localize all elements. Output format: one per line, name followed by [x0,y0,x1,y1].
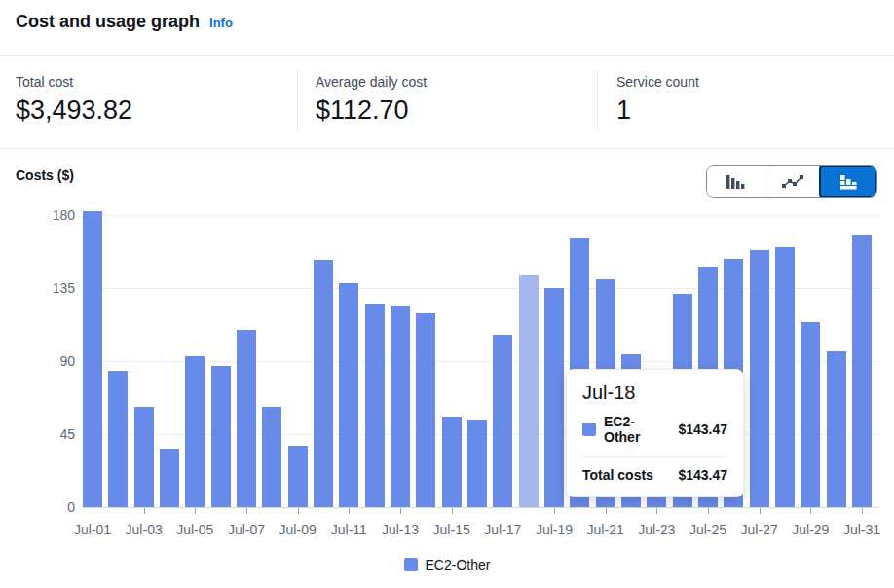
y-axis-tick-label: 135 [29,280,75,296]
chart-legend: EC2-Other [0,557,894,572]
bar-jul-29[interactable] [801,322,820,507]
bar-jul-07[interactable] [237,330,256,507]
legend-item-ec2-other[interactable]: EC2-Other [404,557,491,572]
x-axis-tick [554,508,555,514]
bar-jul-16[interactable] [467,420,487,507]
bar-jul-12[interactable] [365,304,385,507]
tooltip-series-row: EC2-Other $143.47 [582,414,727,445]
gridline [83,215,879,216]
x-axis-tick [298,508,299,514]
x-axis-tick [400,508,401,514]
bar-jul-08[interactable] [262,407,281,507]
x-axis-tick [503,508,503,514]
x-axis-tick [862,508,863,514]
y-axis-tick-label: 45 [29,426,75,442]
y-axis-tick-label: 0 [29,499,75,515]
bar-jul-31[interactable] [852,235,872,507]
bar-jul-05[interactable] [185,356,205,507]
tooltip-series-label: EC2-Other [604,414,670,445]
bar-jul-28[interactable] [775,247,795,507]
x-axis-tick-label: Jul-31 [832,522,892,537]
tooltip-total-label: Total costs [582,467,653,483]
x-axis-tick [760,508,761,514]
x-axis-tick [606,508,607,514]
tooltip-total-row: Total costs $143.47 [582,467,727,483]
x-axis-tick [144,508,145,514]
bar-jul-14[interactable] [416,313,435,507]
legend-label: EC2-Other [426,557,491,572]
bar-jul-01[interactable] [83,211,102,507]
bar-jul-04[interactable] [160,449,179,507]
tooltip-total-value: $143.47 [678,467,727,483]
tooltip-series-value: $143.47 [678,422,727,437]
bar-jul-02[interactable] [108,371,128,507]
bar-jul-27[interactable] [750,250,769,507]
y-axis-tick-label: 180 [29,207,75,223]
x-axis-tick [452,508,453,514]
bar-jul-10[interactable] [314,260,333,507]
tooltip-date: Jul-18 [582,382,727,404]
legend-swatch [404,558,418,571]
x-axis-tick [349,508,350,514]
x-axis-tick [656,508,657,514]
bar-jul-09[interactable] [288,446,308,507]
bar-jul-13[interactable] [391,306,410,507]
bar-jul-18[interactable] [519,275,539,507]
bar-jul-17[interactable] [493,335,512,507]
plot-area: 04590135180Jul-01Jul-03Jul-05Jul-07Jul-0… [0,0,894,588]
series-swatch [582,423,596,436]
bar-jul-15[interactable] [442,417,462,507]
bar-jul-19[interactable] [544,288,564,507]
tooltip-divider [582,456,727,457]
bar-jul-03[interactable] [134,407,154,507]
bar-jul-11[interactable] [339,283,358,507]
chart-tooltip: Jul-18 EC2-Other $143.47 Total costs $14… [566,369,744,497]
x-axis-tick [195,508,196,514]
x-axis-tick [810,508,811,514]
bar-jul-06[interactable] [211,366,231,507]
y-axis-tick-label: 90 [29,353,75,369]
x-axis-tick [246,508,247,514]
x-axis-tick [708,508,709,514]
cost-usage-panel: Cost and usage graph Info Total cost $3,… [0,0,894,588]
bar-jul-30[interactable] [827,351,846,507]
x-axis-tick [93,508,93,514]
